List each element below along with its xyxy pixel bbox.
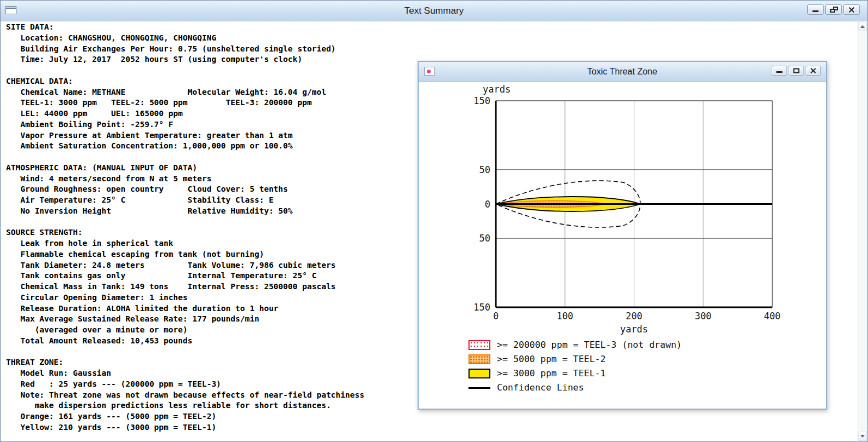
legend-label: >= 200000 ppm = TEEL-3 (not drawn): [497, 341, 682, 350]
report-text: SITE DATA: Location: CHANGSHOU, CHONGQIN…: [6, 22, 364, 433]
plot-minimize-button[interactable]: [772, 66, 787, 76]
svg-text:200: 200: [626, 311, 643, 322]
confidence-line-icon: [468, 387, 490, 389]
svg-text:100: 100: [557, 311, 574, 322]
svg-text:0: 0: [485, 199, 490, 210]
svg-text:50: 50: [479, 164, 490, 175]
window-controls: [807, 4, 860, 15]
title-bar[interactable]: Text Summary: [1, 1, 867, 21]
minimize-icon: [777, 71, 783, 73]
minimize-icon: [813, 10, 819, 12]
arrow-up-icon: [860, 25, 865, 28]
close-button[interactable]: [843, 4, 860, 15]
maximize-icon: [794, 68, 800, 73]
legend-label: >= 5000 ppm = TEEL-2: [497, 355, 606, 364]
vertical-scrollbar[interactable]: [858, 22, 867, 441]
svg-text:300: 300: [695, 311, 711, 322]
restore-button[interactable]: [825, 4, 842, 15]
scroll-up-button[interactable]: [858, 22, 867, 31]
toxic-threat-zone-window: Toxic Threat Zone 0100200300400150500501…: [418, 61, 827, 410]
plot-window-title: Toxic Threat Zone: [419, 62, 826, 82]
legend-item-teel2: >= 5000 ppm = TEEL-2: [468, 352, 682, 366]
arrow-down-icon: [860, 435, 865, 438]
legend-item-teel1: >= 3000 ppm = TEEL-1: [468, 366, 682, 381]
legend-label: >= 3000 ppm = TEEL-1: [497, 369, 606, 378]
teel3-swatch-icon: [468, 340, 490, 350]
window-title: Text Summary: [1, 1, 867, 21]
svg-text:400: 400: [764, 311, 781, 322]
svg-text:150: 150: [473, 95, 490, 106]
plot-close-button[interactable]: [806, 66, 821, 76]
teel2-swatch-icon: [468, 354, 490, 364]
plot-window-controls: [772, 66, 821, 76]
svg-text:yards: yards: [483, 84, 511, 95]
text-summary-window: Text Summary SITE DATA: Location: CHANGS…: [0, 0, 868, 442]
svg-text:yards: yards: [620, 324, 648, 335]
svg-text:150: 150: [473, 302, 490, 313]
svg-text:0: 0: [493, 311, 499, 322]
scroll-down-button[interactable]: [858, 432, 867, 441]
legend-item-confidence: Confidence Lines: [468, 381, 682, 395]
threat-zone-plot: 010020030040015050050150yardsyards: [419, 82, 826, 336]
legend-label: Confidence Lines: [497, 383, 584, 393]
plot-legend: >= 200000 ppm = TEEL-3 (not drawn) >= 50…: [468, 338, 682, 395]
legend-item-teel3: >= 200000 ppm = TEEL-3 (not drawn): [468, 338, 682, 352]
minimize-button[interactable]: [807, 4, 824, 15]
svg-text:50: 50: [479, 233, 490, 244]
plot-maximize-button[interactable]: [789, 66, 804, 76]
teel1-swatch-icon: [468, 369, 490, 378]
plot-title-bar[interactable]: Toxic Threat Zone: [419, 62, 826, 82]
